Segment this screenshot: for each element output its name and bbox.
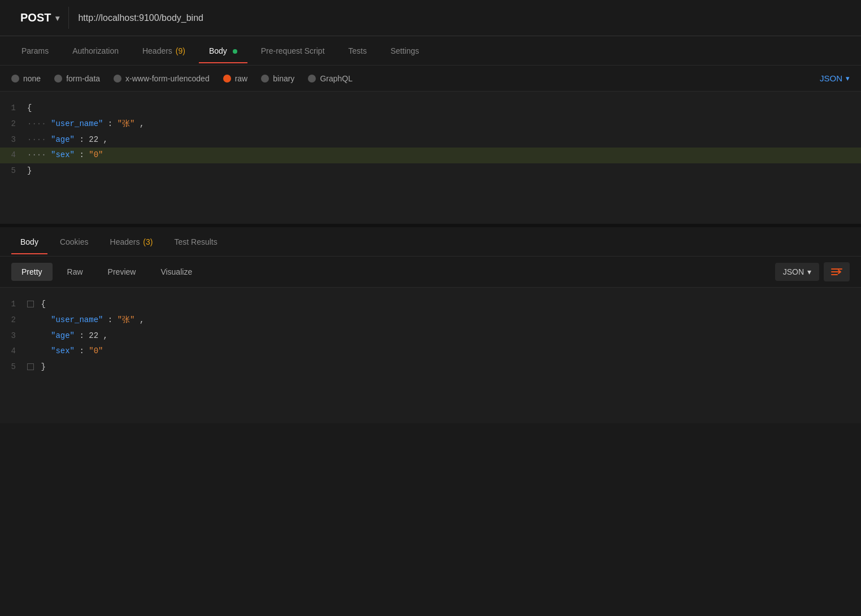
- radio-none[interactable]: none: [11, 74, 41, 83]
- format-preview[interactable]: Preview: [98, 263, 146, 281]
- request-line-2: 2 ···· "user_name" : "张" ,: [0, 116, 861, 132]
- radio-binary-circle: [261, 75, 269, 83]
- resp-tab-headers[interactable]: Headers (3): [101, 229, 162, 254]
- request-line-5: 5 }: [0, 163, 861, 179]
- tab-body[interactable]: Body: [199, 38, 247, 63]
- response-line-3: 3 "age" : 22 ,: [0, 328, 861, 344]
- response-line-1: 1 {: [0, 297, 861, 313]
- json-chevron-icon: ▾: [846, 74, 850, 83]
- method-label: POST: [20, 11, 51, 24]
- tab-pre-request[interactable]: Pre-request Script: [251, 38, 335, 63]
- resp-tab-test-results[interactable]: Test Results: [165, 229, 226, 254]
- method-chevron: ▾: [55, 14, 59, 23]
- tab-authorization[interactable]: Authorization: [62, 38, 129, 63]
- format-raw[interactable]: Raw: [57, 263, 93, 281]
- radio-raw[interactable]: raw: [223, 74, 248, 83]
- tab-tests[interactable]: Tests: [338, 38, 377, 63]
- radio-graphql-circle: [308, 75, 316, 83]
- response-json-chevron-icon: ▾: [807, 267, 811, 276]
- response-section: Body Cookies Headers (3) Test Results Pr…: [0, 227, 861, 423]
- radio-form-data-circle: [54, 75, 62, 83]
- json-type-selector[interactable]: JSON ▾: [820, 73, 850, 83]
- radio-form-data[interactable]: form-data: [54, 74, 100, 83]
- wrap-icon: [830, 267, 843, 277]
- request-tabs: Params Authorization Headers (9) Body Pr…: [0, 36, 861, 66]
- resp-tab-cookies[interactable]: Cookies: [51, 229, 98, 254]
- format-row: Pretty Raw Preview Visualize JSON ▾: [0, 257, 861, 288]
- method-selector[interactable]: POST ▾: [11, 7, 69, 29]
- radio-graphql[interactable]: GraphQL: [308, 74, 353, 83]
- radio-binary[interactable]: binary: [261, 74, 294, 83]
- radio-urlencoded[interactable]: x-www-form-urlencoded: [114, 74, 210, 83]
- response-tabs: Body Cookies Headers (3) Test Results: [0, 227, 861, 257]
- response-line-2: 2 "user_name" : "张" ,: [0, 313, 861, 328]
- radio-none-circle: [11, 75, 19, 83]
- tab-settings[interactable]: Settings: [380, 38, 429, 63]
- format-pretty[interactable]: Pretty: [11, 263, 53, 281]
- tab-headers[interactable]: Headers (9): [132, 38, 195, 63]
- request-line-3: 3 ···· "age" : 22 ,: [0, 132, 861, 148]
- url-input[interactable]: [78, 13, 850, 23]
- radio-raw-circle: [223, 75, 231, 83]
- request-editor[interactable]: 1 { 2 ···· "user_name" : "张" , 3 ···· "a…: [0, 92, 861, 227]
- url-bar: POST ▾: [0, 0, 861, 36]
- wrap-button[interactable]: [824, 262, 850, 281]
- tab-params[interactable]: Params: [11, 38, 59, 63]
- response-editor: 1 { 2 "user_name" : "张" , 3 "age": [0, 288, 861, 423]
- body-type-row: none form-data x-www-form-urlencoded raw…: [0, 66, 861, 92]
- resp-tab-body[interactable]: Body: [11, 229, 47, 254]
- request-line-4: 4 ···· "sex" : "0": [0, 148, 861, 163]
- body-active-dot: [233, 49, 237, 54]
- request-line-1: 1 {: [0, 101, 861, 116]
- radio-urlencoded-circle: [114, 75, 121, 83]
- response-json-btn[interactable]: JSON ▾: [775, 263, 819, 281]
- response-line-5: 5 }: [0, 359, 861, 375]
- response-line-4: 4 "sex" : "0": [0, 344, 861, 359]
- response-format-selector: JSON ▾: [775, 262, 850, 281]
- format-visualize[interactable]: Visualize: [150, 263, 202, 281]
